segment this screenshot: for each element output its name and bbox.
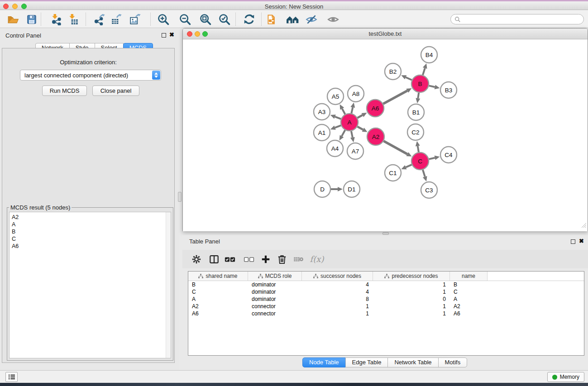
graph-edge[interactable] bbox=[358, 115, 363, 118]
graph-node-label: A5 bbox=[332, 93, 339, 100]
search-input[interactable] bbox=[463, 16, 580, 23]
graph-edge[interactable] bbox=[406, 165, 411, 167]
import-table-icon[interactable] bbox=[66, 12, 81, 27]
node-table: shared name MCDS role successor nodes pr… bbox=[188, 271, 584, 356]
column-header-mcds-role[interactable]: MCDS role bbox=[248, 272, 302, 281]
home-networks-icon[interactable] bbox=[285, 12, 301, 27]
table-panel-title: Table Panel bbox=[189, 238, 220, 245]
graph-edge[interactable] bbox=[335, 125, 341, 128]
scrollbar-track[interactable] bbox=[166, 212, 171, 358]
tab-node-table[interactable]: Node Table bbox=[302, 357, 346, 367]
tab-edge-table[interactable]: Edge Table bbox=[345, 357, 388, 367]
network-view-window: testGlobe.txt B4B2BB3A8A5A6B1A3AC2A1A2A4… bbox=[182, 28, 588, 231]
graph-edge-arrowhead bbox=[350, 137, 355, 143]
float-panel-icon[interactable] bbox=[571, 239, 575, 244]
graph-edge-arrowhead bbox=[435, 85, 440, 89]
table-row[interactable]: A2connector11A2 bbox=[188, 303, 584, 310]
resize-grip-icon[interactable] bbox=[581, 222, 587, 230]
graph-node-label: D bbox=[320, 186, 325, 193]
mcds-result-item[interactable]: C bbox=[10, 235, 171, 243]
graph-edge-arrowhead bbox=[416, 141, 420, 147]
graph-node-label: A3 bbox=[318, 109, 326, 115]
save-session-icon[interactable] bbox=[24, 12, 39, 27]
table-row[interactable]: Cdominator41C bbox=[188, 288, 584, 295]
column-header-successor-nodes[interactable]: successor nodes bbox=[302, 272, 373, 281]
open-session-icon[interactable] bbox=[5, 12, 21, 27]
split-divider-handle[interactable] bbox=[178, 192, 182, 202]
graph-edge[interactable] bbox=[429, 158, 435, 159]
export-network-icon[interactable] bbox=[92, 12, 107, 27]
graph-edge[interactable] bbox=[351, 131, 353, 138]
export-image-icon[interactable] bbox=[128, 12, 143, 27]
graph-node-label: B bbox=[418, 81, 422, 87]
graph-edge[interactable] bbox=[406, 77, 411, 80]
table-row[interactable]: A6connector11A6 bbox=[188, 310, 584, 317]
graph-node-label: D1 bbox=[348, 186, 355, 193]
graph-edge[interactable] bbox=[384, 141, 407, 154]
graph-edge[interactable] bbox=[429, 86, 435, 87]
export-table-icon[interactable] bbox=[109, 12, 124, 27]
unselect-all-columns-icon[interactable] bbox=[241, 252, 257, 267]
new-network-file-icon[interactable] bbox=[265, 12, 280, 27]
close-panel-button[interactable]: Close panel bbox=[92, 86, 139, 96]
apply-layout-icon[interactable] bbox=[241, 12, 257, 27]
graph-edge-arrowhead bbox=[423, 176, 427, 181]
mcds-result-item[interactable]: A2 bbox=[10, 214, 171, 221]
control-panel: Control Panel ✖ Network Style Select MCD… bbox=[0, 28, 179, 370]
network-canvas[interactable]: B4B2BB3A8A5A6B1A3AC2A1A2A4A7C4CC1C3DD1 bbox=[183, 40, 588, 231]
table-cell: A6 bbox=[188, 310, 248, 317]
graph-edge[interactable] bbox=[351, 107, 353, 113]
split-table-icon[interactable] bbox=[206, 252, 222, 267]
table-row[interactable]: Adominator80A bbox=[188, 295, 584, 303]
import-network-icon[interactable] bbox=[48, 12, 64, 27]
show-details-eye-icon[interactable] bbox=[325, 12, 341, 27]
mcds-result-item[interactable]: A6 bbox=[10, 243, 171, 250]
toolbar-separator bbox=[261, 13, 262, 26]
table-cell: A bbox=[450, 296, 488, 302]
tab-motifs[interactable]: Motifs bbox=[438, 357, 468, 367]
graph-node-label: C2 bbox=[411, 129, 419, 136]
zoom-fit-icon[interactable] bbox=[198, 12, 213, 27]
zoom-selected-icon[interactable] bbox=[217, 12, 232, 27]
mcds-result-groupbox: MCDS result (5 nodes) A2ABCA6 bbox=[7, 207, 173, 361]
close-panel-icon[interactable]: ✖ bbox=[169, 31, 174, 38]
table-settings-gear-icon[interactable] bbox=[189, 252, 204, 267]
select-all-columns-icon[interactable] bbox=[222, 252, 238, 267]
zoom-in-icon[interactable] bbox=[156, 12, 171, 27]
table-row[interactable]: Bdominator41B bbox=[188, 281, 584, 288]
graph-edge[interactable] bbox=[358, 127, 363, 130]
network-window-titlebar[interactable]: testGlobe.txt bbox=[183, 29, 588, 39]
float-panel-icon[interactable] bbox=[162, 33, 166, 38]
search-field[interactable] bbox=[450, 14, 584, 24]
table-cell: 1 bbox=[302, 310, 373, 317]
graph-edge[interactable] bbox=[418, 93, 419, 99]
add-column-icon[interactable] bbox=[258, 252, 273, 267]
graph-edge[interactable] bbox=[383, 91, 407, 104]
mcds-result-item[interactable]: A bbox=[10, 221, 171, 228]
delete-column-trash-icon[interactable] bbox=[274, 252, 290, 267]
graph-edge[interactable] bbox=[423, 170, 425, 176]
table-body: Bdominator41BCdominator41CAdominator80AA… bbox=[188, 281, 584, 317]
memory-button[interactable]: Memory bbox=[547, 372, 584, 382]
graph-edge[interactable] bbox=[423, 68, 425, 75]
task-history-button[interactable] bbox=[5, 372, 18, 382]
run-mcds-button[interactable]: Run MCDS bbox=[42, 86, 87, 96]
graph-edge[interactable] bbox=[418, 146, 419, 152]
graph-node-label: C1 bbox=[389, 170, 397, 176]
optimization-select[interactable]: largest connected component (directed) bbox=[20, 70, 161, 81]
close-panel-icon[interactable]: ✖ bbox=[579, 238, 584, 244]
graph-node-label: A6 bbox=[372, 105, 379, 112]
column-header-shared-name[interactable]: shared name bbox=[188, 272, 248, 281]
hide-details-eye-icon[interactable] bbox=[304, 12, 319, 27]
column-header-name[interactable]: name bbox=[450, 272, 488, 281]
graph-node-label: C4 bbox=[445, 152, 453, 158]
mcds-result-item[interactable]: B bbox=[10, 228, 171, 235]
graph-edge[interactable] bbox=[342, 109, 345, 114]
column-header-predecessor-nodes[interactable]: predecessor nodes bbox=[373, 272, 450, 281]
graph-edge[interactable] bbox=[335, 117, 341, 119]
graph-edge[interactable] bbox=[342, 130, 345, 136]
mcds-result-list[interactable]: A2ABCA6 bbox=[9, 212, 171, 358]
zoom-out-icon[interactable] bbox=[177, 12, 193, 27]
tab-network-table[interactable]: Network Table bbox=[387, 357, 438, 367]
split-divider-handle[interactable] bbox=[382, 232, 389, 235]
